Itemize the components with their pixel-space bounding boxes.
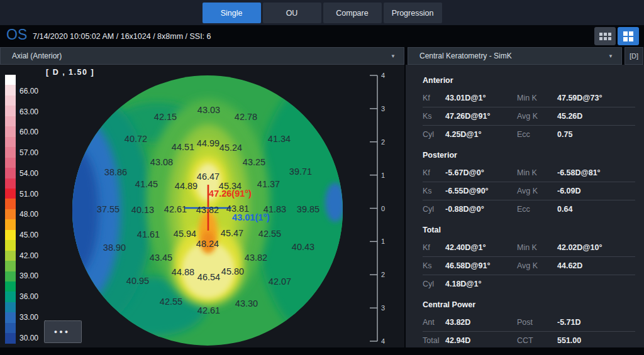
- flat-axis-label: 43.01(1°): [232, 212, 270, 222]
- tab-ou[interactable]: OU: [263, 3, 321, 23]
- metric-label: CCT: [517, 336, 557, 345]
- legend-color-segment: [5, 302, 16, 313]
- metric-label: Ks: [423, 112, 445, 121]
- exam-info: 7/14/2020 10:05:02 AM / 16x1024 / 8x8mm …: [33, 32, 211, 41]
- metric-row: Ks47.26D@91°Avg K45.26D: [423, 107, 635, 125]
- metric-label: Ks: [423, 261, 445, 270]
- metric-label: Min K: [517, 94, 557, 102]
- mm-ruler: 432101234: [370, 72, 385, 345]
- tab-single[interactable]: Single: [203, 3, 261, 23]
- legend-tick-label: 45.00: [19, 231, 38, 239]
- legend-color-segment: [5, 251, 16, 261]
- legend-tick-label: 36.00: [19, 292, 38, 301]
- chevron-down-icon: ▼: [608, 53, 613, 59]
- metric-value: 45.26D: [557, 112, 635, 121]
- metric-row: Kf-5.67D@0°Min K-6.58D@81°: [423, 164, 635, 182]
- metric-value: -6.55D@90°: [445, 187, 517, 195]
- map-type-dropdown-label: Axial (Anterior): [12, 52, 62, 60]
- legend-color-segment: [5, 230, 16, 241]
- metric-label: Cyl: [423, 130, 445, 139]
- svg-text:4: 4: [381, 337, 385, 345]
- metric-value: -6.09D: [557, 187, 635, 195]
- metric-label: Min K: [517, 243, 557, 252]
- legend-color-segment: [5, 240, 16, 251]
- metric-value: 44.62D: [557, 261, 635, 270]
- topography-map-area: 432101234 [ D , 1.50 ] 66.0063.0060.0057…: [0, 65, 404, 347]
- metric-value: 4.25D@1°: [445, 130, 517, 139]
- metric-label: Kf: [423, 243, 445, 252]
- legend-color-segment: [5, 323, 16, 334]
- svg-text:3: 3: [381, 105, 385, 112]
- chevron-down-icon: ▼: [391, 53, 396, 59]
- legend-color-segment: [5, 137, 16, 148]
- legend-tick-label: 39.00: [19, 271, 38, 280]
- legend-color-segment: [5, 96, 16, 106]
- metric-row: Ks-6.55D@90°Avg K-6.09D: [423, 182, 635, 200]
- metric-row: Ks46.58D@91°Avg K44.62D: [423, 256, 635, 275]
- legend-color-segment: [5, 178, 16, 189]
- tab-compare[interactable]: Compare: [323, 3, 382, 23]
- metric-value: -0.88D@0°: [445, 205, 517, 214]
- svg-text:4: 4: [381, 72, 385, 79]
- map-type-dropdown[interactable]: Axial (Anterior) ▼: [0, 47, 404, 65]
- legend-color-segment: [5, 312, 16, 323]
- metric-label: Post: [517, 318, 557, 327]
- legend-color-segment: [5, 126, 16, 137]
- metric-row: Ant43.82DPost-5.71D: [423, 314, 635, 331]
- svg-text:2: 2: [381, 138, 385, 146]
- diopter-unit-button[interactable]: [D]: [625, 47, 643, 65]
- contour-layers: [0, 65, 404, 347]
- metric-value: -5.67D@0°: [445, 168, 517, 177]
- metric-row: Kf42.40D@1°Min K42.02D@10°: [423, 239, 635, 256]
- metric-value: 0.75: [557, 130, 635, 139]
- grid-4-icon: [623, 31, 633, 41]
- legend-color-segment: [5, 261, 16, 271]
- legend-tick-label: 66.00: [19, 87, 38, 96]
- metric-value: 42.02D@10°: [557, 243, 635, 252]
- svg-text:3: 3: [381, 304, 385, 312]
- legend-color-segment: [5, 116, 16, 127]
- grid-4-view-button[interactable]: [618, 27, 639, 45]
- section-central-power: Central PowerAnt43.82DPost-5.71DTotal42.…: [423, 293, 635, 349]
- legend-tick-label: 33.00: [19, 313, 38, 322]
- legend-tick-label: 57.00: [19, 148, 38, 157]
- metric-value: 42.40D@1°: [445, 243, 517, 252]
- section-anterior: AnteriorKf43.01D@1°Min K47.59D@73°Ks47.2…: [423, 68, 635, 143]
- keratometry-dropdown[interactable]: Central Keratometry - SimK ▼: [408, 47, 622, 65]
- metric-label: Min K: [517, 168, 557, 177]
- legend-color-segment: [5, 281, 16, 292]
- legend-tick-label: 60.00: [19, 128, 38, 136]
- metric-value: 43.01D@1°: [445, 94, 517, 102]
- more-options-button[interactable]: ●●●: [44, 320, 82, 343]
- eye-label: OS: [6, 26, 27, 43]
- svg-text:2: 2: [381, 271, 385, 278]
- metric-row: Cyl-0.88D@0°Ecc0.64: [423, 200, 635, 218]
- metric-value: 4.18D@1°: [445, 280, 517, 288]
- steep-axis-label: 47.26(91°): [209, 188, 252, 199]
- grid-6-view-button[interactable]: [594, 27, 616, 45]
- legend-color-segment: [5, 271, 16, 282]
- section-title: Central Power: [423, 297, 635, 314]
- legend-color-segment: [5, 147, 16, 158]
- metric-row: Total42.94DCCT551.00: [423, 331, 635, 349]
- section-total: TotalKf42.40D@1°Min K42.02D@10°Ks46.58D@…: [423, 218, 635, 293]
- svg-text:0: 0: [381, 205, 385, 212]
- grid-6-icon: [599, 33, 611, 40]
- view-mode-tabbar: SingleOUCompareProgression: [0, 0, 644, 25]
- legend-tick-label: 63.00: [19, 107, 38, 116]
- keratometry-panel: AnteriorKf43.01D@1°Min K47.59D@73°Ks47.2…: [406, 65, 644, 347]
- metric-label: Cyl: [423, 280, 445, 288]
- legend-color-segment: [5, 158, 16, 168]
- legend-color-segment: [5, 168, 16, 178]
- metric-value: 46.58D@91°: [445, 261, 517, 270]
- legend-tick-label: 54.00: [19, 169, 38, 178]
- legend-color-segment: [5, 209, 16, 220]
- metric-label: Kf: [423, 94, 445, 102]
- metric-value: 47.26D@91°: [445, 112, 517, 121]
- tab-progression[interactable]: Progression: [384, 3, 442, 23]
- metric-value: 551.00: [557, 336, 635, 345]
- legend-tick-label: 51.00: [19, 190, 38, 199]
- keratometry-dropdown-label: Central Keratometry - SimK: [419, 52, 512, 60]
- legend-color-segment: [5, 219, 16, 230]
- legend-tick-label: 48.00: [19, 210, 38, 219]
